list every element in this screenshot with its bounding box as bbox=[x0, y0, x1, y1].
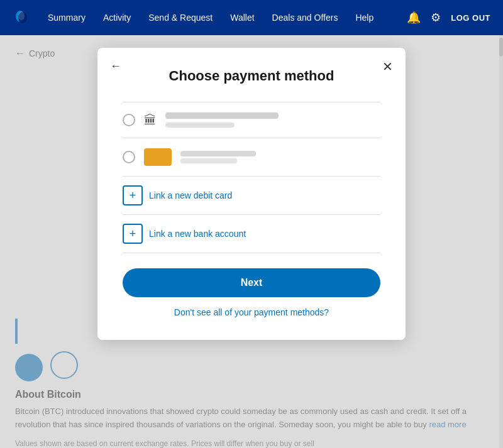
card-image bbox=[144, 148, 172, 166]
link-bank-label: Link a new bank account bbox=[149, 229, 246, 239]
card-detail-placeholder bbox=[180, 158, 237, 163]
nav-activity[interactable]: Activity bbox=[103, 13, 131, 23]
modal-overlay: ← ✕ Choose payment method 🏛 bbox=[0, 35, 503, 448]
payment-method-modal: ← ✕ Choose payment method 🏛 bbox=[97, 48, 406, 340]
nav-help[interactable]: Help bbox=[355, 13, 373, 23]
link-bank-account-row[interactable]: + Link a new bank account bbox=[123, 215, 380, 253]
svg-point-2 bbox=[18, 11, 25, 20]
next-button[interactable]: Next bbox=[123, 268, 380, 297]
nav-links: Summary Activity Send & Request Wallet D… bbox=[48, 13, 407, 23]
payment-option-bank[interactable]: 🏛 bbox=[123, 102, 380, 138]
gear-icon[interactable]: ⚙ bbox=[431, 11, 441, 25]
bell-icon[interactable]: 🔔 bbox=[407, 11, 421, 25]
nav-wallet[interactable]: Wallet bbox=[230, 13, 254, 23]
navbar-actions: 🔔 ⚙ LOG OUT bbox=[407, 11, 490, 25]
nav-deals[interactable]: Deals and Offers bbox=[272, 13, 338, 23]
plus-bank-icon: + bbox=[123, 224, 143, 244]
card-name-placeholder bbox=[180, 151, 256, 156]
nav-send-request[interactable]: Send & Request bbox=[148, 13, 213, 23]
bank-detail-placeholder bbox=[165, 123, 235, 128]
payment-options-list: 🏛 + Link a new debit card bbox=[123, 102, 380, 253]
dont-see-link[interactable]: Don't see all of your payment methods? bbox=[123, 307, 380, 317]
navbar: Summary Activity Send & Request Wallet D… bbox=[0, 0, 503, 35]
radio-bank[interactable] bbox=[123, 114, 135, 126]
nav-summary[interactable]: Summary bbox=[48, 13, 86, 23]
payment-option-card[interactable] bbox=[123, 138, 380, 177]
logout-button[interactable]: LOG OUT bbox=[451, 13, 490, 23]
bank-name-placeholder bbox=[165, 112, 279, 119]
plus-debit-icon: + bbox=[123, 185, 143, 205]
paypal-logo bbox=[13, 8, 33, 28]
bank-info bbox=[165, 112, 380, 128]
modal-close-button[interactable]: ✕ bbox=[382, 60, 393, 73]
link-debit-card-row[interactable]: + Link a new debit card bbox=[123, 177, 380, 215]
link-debit-label: Link a new debit card bbox=[149, 190, 232, 200]
card-info bbox=[180, 151, 380, 163]
bank-icon: 🏛 bbox=[144, 113, 157, 128]
modal-title: Choose payment method bbox=[123, 68, 380, 84]
modal-back-button[interactable]: ← bbox=[110, 60, 121, 72]
radio-card[interactable] bbox=[123, 151, 135, 163]
